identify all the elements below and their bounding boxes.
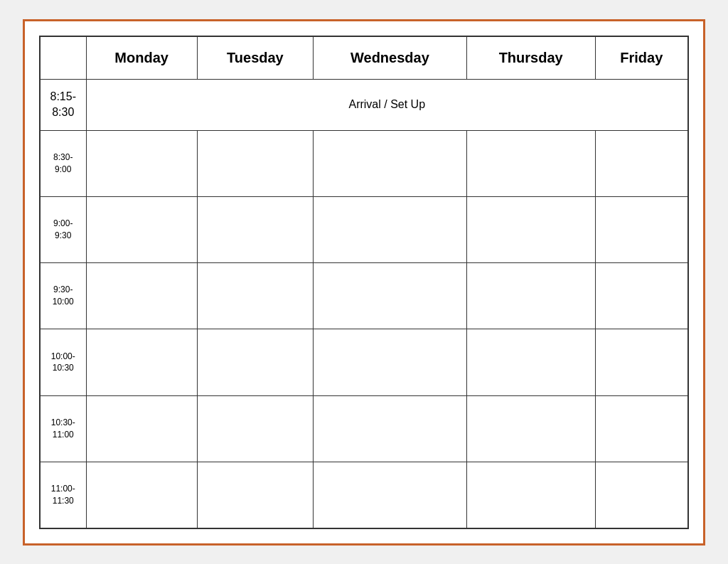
cell-mon-1030 (86, 395, 197, 462)
cell-mon-1100 (86, 462, 197, 528)
row-900-930: 9:00-9:30 (40, 196, 688, 262)
row-1000-1030: 10:00-10:30 (40, 329, 688, 395)
cell-fri-900 (595, 196, 688, 262)
cell-fri-930 (595, 263, 688, 329)
cell-wed-900 (314, 196, 467, 262)
header-monday: Monday (86, 36, 197, 80)
time-1030-1100: 10:30-11:00 (40, 395, 86, 462)
header-friday: Friday (595, 36, 688, 80)
cell-mon-930 (86, 263, 197, 329)
time-830-900: 8:30-9:00 (40, 130, 86, 196)
cell-wed-1100 (314, 462, 467, 528)
cell-thu-1100 (466, 462, 595, 528)
cell-wed-1000 (314, 329, 467, 395)
cell-fri-1030 (595, 395, 688, 462)
row-1100-1130: 11:00-11:30 (40, 462, 688, 528)
cell-mon-1000 (86, 329, 197, 395)
time-930-1000: 9:30-10:00 (40, 263, 86, 329)
cell-wed-1030 (314, 395, 467, 462)
cell-tue-1000 (197, 329, 313, 395)
cell-fri-1000 (595, 329, 688, 395)
cell-thu-1030 (466, 395, 595, 462)
cell-mon-900 (86, 196, 197, 262)
cell-thu-900 (466, 196, 595, 262)
header-thursday: Thursday (466, 36, 595, 80)
row-930-1000: 9:30-10:00 (40, 263, 688, 329)
time-1000-1030: 10:00-10:30 (40, 329, 86, 395)
header-tuesday: Tuesday (197, 36, 313, 80)
time-900-930: 9:00-9:30 (40, 196, 86, 262)
cell-tue-1100 (197, 462, 313, 528)
time-1100-1130: 11:00-11:30 (40, 462, 86, 528)
row-1030-1100: 10:30-11:00 (40, 395, 688, 462)
cell-tue-830 (197, 130, 313, 196)
cell-wed-930 (314, 263, 467, 329)
header-row: Monday Tuesday Wednesday Thursday Friday (40, 36, 688, 80)
header-wednesday: Wednesday (314, 36, 467, 80)
page-container: Monday Tuesday Wednesday Thursday Friday… (23, 19, 705, 546)
cell-wed-830 (314, 130, 467, 196)
arrival-cell: Arrival / Set Up (86, 79, 688, 130)
time-815-830: 8:15-8:30 (40, 79, 86, 130)
cell-thu-930 (466, 263, 595, 329)
cell-tue-900 (197, 196, 313, 262)
cell-tue-1030 (197, 395, 313, 462)
schedule-table: Monday Tuesday Wednesday Thursday Friday… (39, 36, 689, 529)
cell-thu-830 (466, 130, 595, 196)
cell-fri-830 (595, 130, 688, 196)
header-time (40, 36, 86, 80)
cell-fri-1100 (595, 462, 688, 528)
cell-tue-930 (197, 263, 313, 329)
cell-thu-1000 (466, 329, 595, 395)
cell-mon-830 (86, 130, 197, 196)
arrival-row: 8:15-8:30 Arrival / Set Up (40, 79, 688, 130)
row-830-900: 8:30-9:00 (40, 130, 688, 196)
